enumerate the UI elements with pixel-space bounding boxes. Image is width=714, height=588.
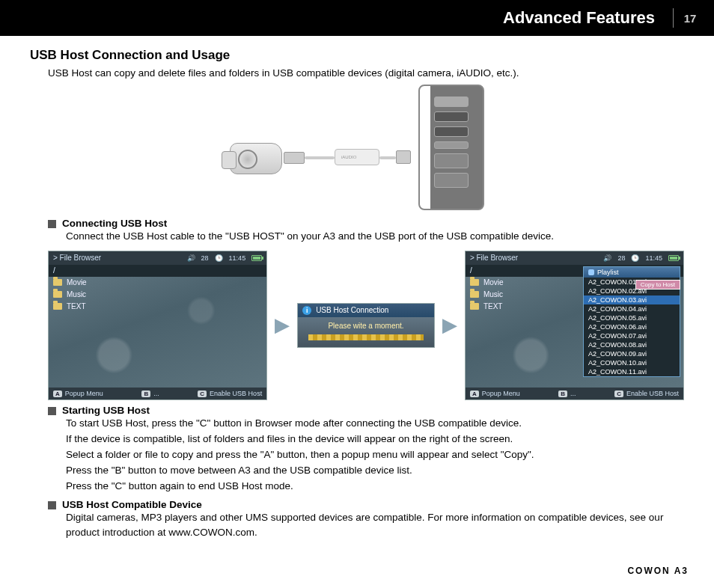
- list-item: A2_COWON.08.avi: [584, 340, 680, 349]
- folder-icon: [53, 279, 62, 286]
- playlist-icon: [588, 269, 594, 275]
- bullet-icon: [48, 407, 56, 415]
- list-item: Movie: [49, 277, 266, 289]
- file-browser-screenshot-right: > File Browser 🔊 28 🕒 11:45 / Movie Musi…: [465, 251, 684, 400]
- usb-plug-icon: [396, 150, 411, 164]
- battery-icon: [251, 255, 262, 261]
- starting-line: To start USB Host, press the "C" button …: [66, 416, 684, 432]
- page-header: Advanced Features 17: [0, 0, 714, 36]
- volume-icon: 🔊: [187, 254, 195, 262]
- arrow-right-icon: ▶: [275, 313, 290, 337]
- connecting-heading: Connecting USB Host: [62, 218, 167, 229]
- list-item: Music: [49, 289, 266, 301]
- starting-line: Press the "C" button again to end USB Ho…: [66, 479, 684, 494]
- header-title: Advanced Features: [503, 8, 665, 28]
- folder-icon: [470, 291, 479, 298]
- key-b-icon: B: [558, 391, 567, 397]
- list-item: A2_COWON.11.avi: [584, 367, 680, 376]
- clock-value: 11:45: [645, 254, 662, 262]
- folder-icon: [470, 303, 479, 310]
- list-item: TEXT: [49, 301, 266, 313]
- screenshots-row: > File Browser 🔊 28 🕒 11:45 / Movie Musi…: [48, 251, 684, 400]
- camera-icon: [230, 143, 282, 174]
- list-item: A2_COWON.04.avi: [584, 304, 680, 313]
- usb-host-popup: i USB Host Connection Please wite a mome…: [297, 303, 435, 348]
- page-content: USB Host Connection and Usage USB Host c…: [0, 36, 714, 541]
- usb-diagram: [230, 85, 484, 212]
- key-c-icon: C: [198, 391, 207, 397]
- fb-breadcrumb: > File Browser: [470, 254, 518, 262]
- key-a-icon: A: [53, 391, 62, 397]
- header-divider: [673, 8, 674, 28]
- popup-body: Please wite a moment.: [298, 317, 434, 330]
- section-title: USB Host Connection and Usage: [30, 48, 684, 63]
- key-b-icon: B: [141, 391, 150, 397]
- list-item: A2_COWON.05.avi: [584, 313, 680, 322]
- starting-line: Press the "B" button to move between A3 …: [66, 463, 684, 479]
- list-item: A2_COWON.06.avi: [584, 322, 680, 331]
- usb-plug-icon: [284, 152, 305, 164]
- volume-icon: 🔊: [603, 254, 611, 262]
- volume-value: 28: [201, 254, 209, 262]
- page-number: 17: [681, 12, 699, 25]
- usb-cable-icon: [379, 156, 396, 159]
- list-item: A2_COWON.09.avi: [584, 349, 680, 358]
- folder-icon: [53, 291, 62, 298]
- bullet-icon: [48, 501, 56, 509]
- progress-bar: [308, 334, 424, 340]
- starting-line: If the device is compatible, list of fol…: [66, 432, 684, 447]
- connecting-body: Connect the USB Host cable to the "USB H…: [66, 229, 684, 245]
- folder-icon: [53, 303, 62, 310]
- file-browser-screenshot-left: > File Browser 🔊 28 🕒 11:45 / Movie Musi…: [48, 251, 267, 400]
- folder-icon: [470, 279, 479, 286]
- info-icon: i: [302, 306, 311, 315]
- starting-line: Select a folder or file to copy and pres…: [66, 447, 684, 463]
- fb-breadcrumb: > File Browser: [53, 254, 101, 262]
- fb-path: /: [53, 266, 55, 275]
- list-item: A2_COWON.10.avi: [584, 358, 680, 367]
- camera-lens-icon: [238, 150, 257, 169]
- arrow-right-icon: ▶: [442, 313, 457, 337]
- usb-cable-icon: [305, 156, 335, 159]
- clock-icon: 🕒: [215, 254, 223, 262]
- footer-brand: COWON A3: [627, 566, 689, 576]
- popup-title: USB Host Connection: [316, 306, 388, 314]
- clock-icon: 🕒: [631, 254, 639, 262]
- a3-device-side-icon: [418, 85, 484, 210]
- copy-to-host-label: Copy to Host: [635, 280, 680, 290]
- clock-value: 11:45: [229, 254, 246, 262]
- bullet-icon: [48, 220, 56, 228]
- usb-adapter-icon: [335, 149, 379, 165]
- battery-icon: [668, 255, 679, 261]
- playlist-title: Playlist: [597, 269, 619, 276]
- key-a-icon: A: [470, 391, 479, 397]
- compatible-body: Digital cameras, MP3 players and other U…: [66, 510, 684, 542]
- volume-value: 28: [617, 254, 625, 262]
- list-item: A2_COWON.07.avi: [584, 331, 680, 340]
- section-intro: USB Host can copy and delete files and f…: [48, 67, 684, 79]
- starting-heading: Starting USB Host: [62, 405, 150, 416]
- key-c-icon: C: [614, 391, 623, 397]
- list-item: A2_COWON.03.avi: [584, 295, 680, 304]
- compatible-heading: USB Host Compatible Device: [62, 499, 202, 510]
- fb-path: /: [470, 266, 472, 275]
